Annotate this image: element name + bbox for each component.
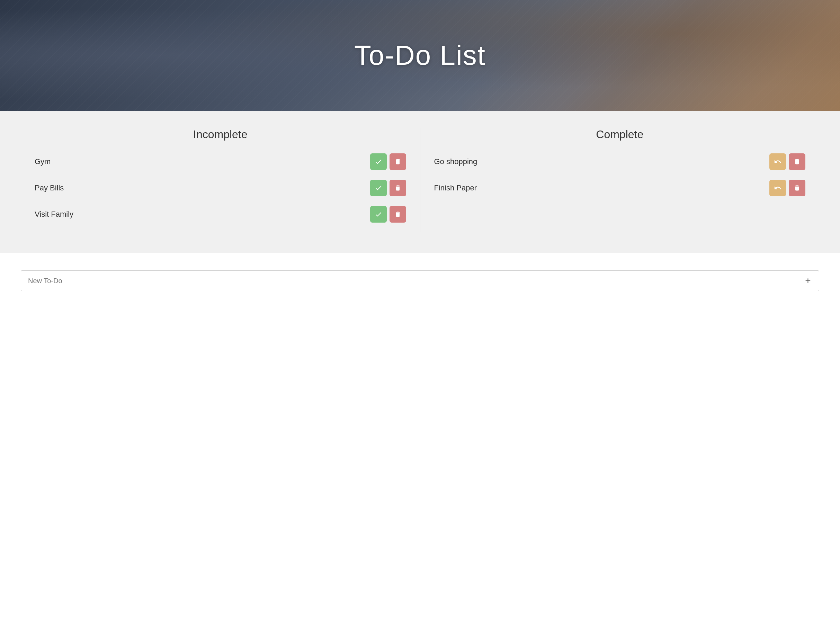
check-button-gym[interactable]	[370, 153, 387, 170]
delete-button-gym[interactable]	[390, 153, 406, 170]
todo-label-goshopping: Go shopping	[434, 157, 477, 166]
todo-label-finishpaper: Finish Paper	[434, 184, 477, 193]
gym-actions	[370, 153, 406, 170]
todo-label-paybills: Pay Bills	[34, 184, 64, 193]
goshopping-actions	[769, 153, 806, 170]
check-button-paybills[interactable]	[370, 180, 387, 196]
delete-button-visitfamily[interactable]	[390, 206, 406, 223]
check-icon-gym	[375, 158, 382, 166]
paybills-actions	[370, 180, 406, 196]
incomplete-section: Incomplete Gym	[21, 128, 420, 232]
lists-container: Incomplete Gym	[21, 128, 819, 232]
check-icon-paybills	[375, 184, 382, 192]
add-todo-button[interactable]: +	[797, 271, 819, 291]
delete-button-paybills[interactable]	[390, 180, 406, 196]
trash-icon-gym	[395, 158, 401, 166]
undo-icon-finishpaper	[774, 184, 782, 192]
complete-item-finishpaper: Finish Paper	[434, 180, 806, 196]
undo-icon-goshopping	[774, 158, 782, 166]
incomplete-item-visitfamily: Visit Family	[34, 206, 406, 223]
undo-button-goshopping[interactable]	[769, 153, 786, 170]
check-icon-visitfamily	[375, 211, 382, 218]
trash-icon-visitfamily	[395, 211, 401, 218]
add-icon: +	[805, 275, 810, 286]
trash-icon-goshopping	[794, 158, 801, 166]
finishpaper-actions	[769, 180, 806, 196]
main-lists-section: Incomplete Gym	[0, 111, 840, 253]
hero-header: To-Do List	[0, 0, 840, 111]
complete-heading: Complete	[434, 128, 806, 141]
todo-label-gym: Gym	[34, 157, 51, 166]
trash-icon-paybills	[395, 184, 401, 192]
page-title: To-Do List	[354, 39, 486, 71]
visitfamily-actions	[370, 206, 406, 223]
new-todo-input[interactable]	[21, 271, 797, 291]
todo-label-visitfamily: Visit Family	[34, 210, 73, 219]
trash-icon-finishpaper	[794, 184, 801, 192]
bottom-area	[0, 308, 840, 378]
complete-section: Complete Go shopping	[420, 128, 819, 232]
input-area: +	[0, 253, 840, 308]
incomplete-heading: Incomplete	[34, 128, 406, 141]
incomplete-item-paybills: Pay Bills	[34, 180, 406, 196]
delete-button-finishpaper[interactable]	[789, 180, 806, 196]
delete-button-goshopping[interactable]	[789, 153, 806, 170]
undo-button-finishpaper[interactable]	[769, 180, 786, 196]
incomplete-item-gym: Gym	[34, 153, 406, 170]
complete-item-goshopping: Go shopping	[434, 153, 806, 170]
check-button-visitfamily[interactable]	[370, 206, 387, 223]
